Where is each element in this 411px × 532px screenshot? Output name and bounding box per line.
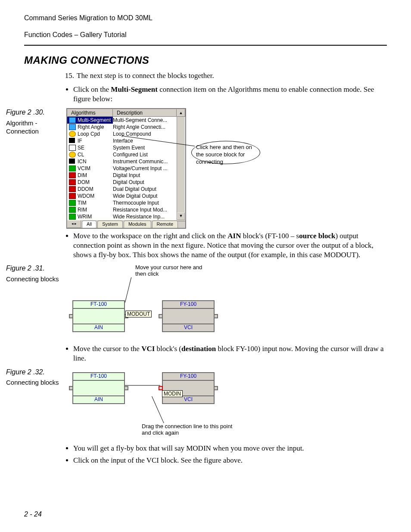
port-input[interactable] xyxy=(159,314,163,318)
row-icn[interactable]: ICN xyxy=(67,158,113,165)
vcim-icon xyxy=(69,165,76,171)
row-wrim[interactable]: WRIM xyxy=(67,213,113,220)
figure-32-caption: Figure 2 .32. Connecting blocks xyxy=(6,368,62,387)
header-algorithms[interactable]: Algorithms xyxy=(67,109,113,117)
connection-line xyxy=(125,385,160,386)
leader-line xyxy=(125,277,131,302)
port-input-highlight[interactable] xyxy=(159,386,163,390)
block-ft100[interactable]: FT-100 AIN xyxy=(72,372,125,404)
row-tim[interactable]: TIM xyxy=(67,199,113,206)
row-loop-cpd[interactable]: Loop Cpd xyxy=(67,131,113,137)
row-right-angle[interactable]: Right Angle xyxy=(67,124,113,131)
block-fy100[interactable]: FY-100 VCI xyxy=(162,300,215,332)
row-dim[interactable]: DIM xyxy=(67,172,113,179)
tab-all[interactable]: All xyxy=(82,221,97,228)
se-icon xyxy=(69,145,76,151)
row-wdom[interactable]: WDOM xyxy=(67,193,113,199)
page-number: 2 - 24 xyxy=(24,510,42,519)
row-if[interactable]: IF xyxy=(67,137,113,144)
block-fy100-footer: VCI xyxy=(163,324,214,331)
header-description[interactable]: Description xyxy=(113,109,177,117)
figure-31-caption: Figure 2 .31. Connecting blocks xyxy=(6,264,62,283)
figure-31-workspace: Move your cursor here and then click FT-… xyxy=(66,264,209,342)
tab-modules[interactable]: Modules xyxy=(124,221,151,228)
block-ft100-footer: AIN xyxy=(73,324,124,331)
block-ft100-footer: AIN xyxy=(73,395,124,403)
connection-icon xyxy=(69,117,76,123)
dom-icon xyxy=(69,179,76,185)
bullet-multisegment: Click on the Multi-Segment connection it… xyxy=(73,85,387,104)
tab-remote[interactable]: Remote xyxy=(152,221,178,228)
port-input[interactable] xyxy=(69,386,73,390)
listbox-header: Algorithms Description ▲ xyxy=(67,109,185,117)
bullet-move-to-vci: Move the cursor to the VCI block's (dest… xyxy=(73,344,387,363)
tab-scroll-arrows[interactable]: ◂ ▸ xyxy=(67,220,81,228)
rim-icon xyxy=(69,207,76,213)
dim-icon xyxy=(69,172,76,178)
header-rule xyxy=(24,45,387,46)
bullet-click-input: Click on the input of the VCI block. See… xyxy=(73,456,387,465)
annotation-drag-connection: Drag the connection line to this point a… xyxy=(142,423,241,436)
col-algorithms: Multi-Segment Right Angle Loop Cpd IF SE… xyxy=(67,117,113,220)
bullet-flyby-modin: You will get a fly-by box that will say … xyxy=(73,444,387,453)
col-description: Multi-Segment Conne... Right Angle Conne… xyxy=(113,117,177,220)
figure-30-panel: Algorithms Description ▲ Multi-Segment R… xyxy=(66,108,387,229)
flybox-modin: MODIN xyxy=(162,390,183,397)
step-15: 15. The next step is to connect the bloc… xyxy=(62,71,387,81)
step-text: The next step is to connect the blocks t… xyxy=(77,71,214,81)
algorithms-listbox[interactable]: Algorithms Description ▲ Multi-Segment R… xyxy=(66,108,186,229)
scroll-down-icon[interactable]: ▼ xyxy=(177,212,185,220)
loop-icon xyxy=(69,131,76,137)
port-input[interactable] xyxy=(69,314,73,318)
wdom-icon xyxy=(69,193,76,199)
row-cl[interactable]: CL xyxy=(67,151,113,158)
wrim-icon xyxy=(69,214,76,220)
block-ft100-title: FT-100 xyxy=(73,373,124,381)
block-fy100[interactable]: FY-100 VCI xyxy=(162,372,215,404)
port-output[interactable] xyxy=(214,386,218,390)
row-rim[interactable]: RIM xyxy=(67,206,113,213)
row-vcim[interactable]: VCIM xyxy=(67,165,113,172)
row-multi-segment[interactable]: Multi-Segment xyxy=(67,117,113,124)
icn-icon xyxy=(69,159,75,164)
block-fy100-title: FY-100 xyxy=(163,373,214,381)
scroll-up-icon[interactable]: ▲ xyxy=(177,109,185,117)
figure-32-workspace: FT-100 AIN FY-100 VCI MODIN Drag the con xyxy=(66,368,241,441)
port-output[interactable] xyxy=(124,386,128,390)
tim-icon xyxy=(69,200,76,206)
if-icon xyxy=(69,138,75,143)
bullet-move-workspace: Move to the workspace on the right and c… xyxy=(73,231,387,260)
annotation-move-cursor: Move your cursor here and then click xyxy=(135,264,209,277)
block-fy100-title: FY-100 xyxy=(163,301,214,309)
row-se[interactable]: SE xyxy=(67,144,113,151)
section-title: MAKING CONNECTIONS xyxy=(24,53,387,67)
flybox-modout: MODOUT xyxy=(125,311,152,317)
port-output[interactable] xyxy=(214,314,218,318)
header-line1: Command Series Migration to MOD 30ML xyxy=(24,14,387,23)
callout-bubble: Click here and then on the source block … xyxy=(191,141,260,164)
header-line2: Function Codes – Gallery Tutorial xyxy=(24,31,387,40)
block-ft100[interactable]: FT-100 AIN xyxy=(72,300,125,332)
connection-icon xyxy=(69,124,76,130)
block-ft100-title: FT-100 xyxy=(73,301,124,309)
row-dom[interactable]: DOM xyxy=(67,179,113,186)
tab-system[interactable]: System xyxy=(97,221,123,228)
figure-30-caption: Figure 2 .30. Algorithm - Connection xyxy=(6,108,62,136)
step-number: 15. xyxy=(62,71,74,81)
row-ddom[interactable]: DDOM xyxy=(67,186,113,193)
cl-icon xyxy=(69,152,76,158)
scrollbar[interactable]: ▼ xyxy=(177,117,185,220)
listbox-tabs: ◂ ▸ All System Modules Remote xyxy=(67,220,185,228)
ddom-icon xyxy=(69,186,76,192)
